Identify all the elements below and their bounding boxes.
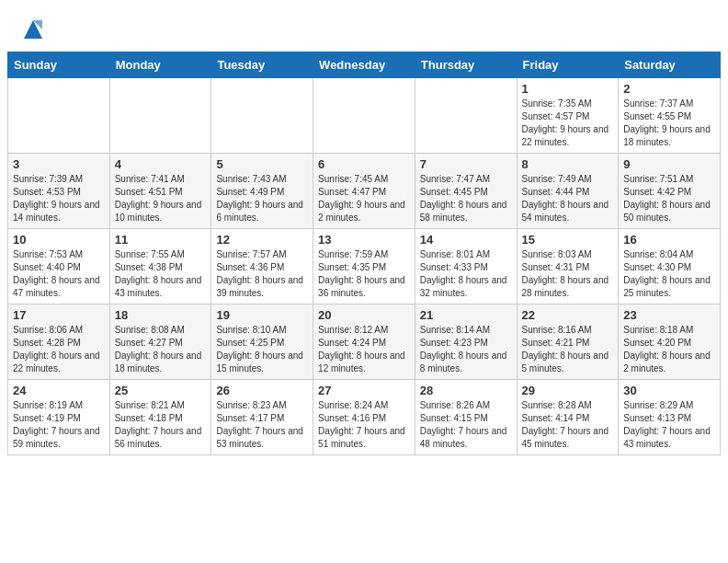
calendar-cell: 12Sunrise: 7:57 AM Sunset: 4:36 PM Dayli…	[211, 229, 313, 304]
weekday-header-monday: Monday	[109, 52, 211, 78]
calendar-cell: 13Sunrise: 7:59 AM Sunset: 4:35 PM Dayli…	[313, 229, 415, 304]
weekday-header-saturday: Saturday	[619, 52, 721, 78]
day-number: 30	[623, 384, 715, 397]
calendar-cell: 19Sunrise: 8:10 AM Sunset: 4:25 PM Dayli…	[211, 304, 313, 380]
day-number: 17	[13, 308, 105, 322]
day-number: 27	[318, 384, 410, 397]
day-number: 15	[522, 233, 614, 247]
logo	[17, 17, 46, 42]
calendar-cell	[415, 78, 517, 154]
calendar-cell: 24Sunrise: 8:19 AM Sunset: 4:19 PM Dayli…	[8, 380, 110, 455]
day-number: 4	[115, 157, 207, 171]
calendar-cell: 22Sunrise: 8:16 AM Sunset: 4:21 PM Dayli…	[517, 304, 619, 380]
calendar-cell: 14Sunrise: 8:01 AM Sunset: 4:33 PM Dayli…	[415, 229, 517, 304]
day-detail: Sunrise: 7:35 AM Sunset: 4:57 PM Dayligh…	[522, 98, 614, 149]
calendar-cell: 10Sunrise: 7:53 AM Sunset: 4:40 PM Dayli…	[8, 229, 110, 304]
calendar-cell: 21Sunrise: 8:14 AM Sunset: 4:23 PM Dayli…	[415, 304, 517, 380]
calendar-cell: 15Sunrise: 8:03 AM Sunset: 4:31 PM Dayli…	[517, 229, 619, 304]
day-number: 22	[522, 308, 614, 322]
day-detail: Sunrise: 8:23 AM Sunset: 4:17 PM Dayligh…	[216, 399, 308, 451]
logo-icon	[20, 17, 46, 42]
day-detail: Sunrise: 7:45 AM Sunset: 4:47 PM Dayligh…	[318, 173, 410, 224]
day-detail: Sunrise: 7:49 AM Sunset: 4:44 PM Dayligh…	[522, 173, 614, 224]
day-number: 8	[522, 157, 614, 171]
calendar-cell: 5Sunrise: 7:43 AM Sunset: 4:49 PM Daylig…	[211, 154, 313, 229]
calendar-cell: 18Sunrise: 8:08 AM Sunset: 4:27 PM Dayli…	[109, 304, 211, 380]
day-detail: Sunrise: 7:57 AM Sunset: 4:36 PM Dayligh…	[216, 248, 308, 300]
day-detail: Sunrise: 8:28 AM Sunset: 4:14 PM Dayligh…	[522, 399, 614, 451]
day-number: 19	[216, 308, 308, 322]
day-detail: Sunrise: 8:04 AM Sunset: 4:30 PM Dayligh…	[623, 248, 715, 300]
weekday-header-tuesday: Tuesday	[211, 52, 313, 78]
day-number: 25	[115, 384, 207, 397]
day-number: 29	[522, 384, 614, 397]
calendar-cell: 25Sunrise: 8:21 AM Sunset: 4:18 PM Dayli…	[109, 380, 211, 455]
day-number: 2	[623, 82, 715, 96]
day-number: 16	[623, 233, 715, 247]
calendar-cell: 20Sunrise: 8:12 AM Sunset: 4:24 PM Dayli…	[313, 304, 415, 380]
calendar-cell: 11Sunrise: 7:55 AM Sunset: 4:38 PM Dayli…	[109, 229, 211, 304]
day-detail: Sunrise: 7:43 AM Sunset: 4:49 PM Dayligh…	[216, 173, 308, 224]
day-number: 12	[216, 233, 308, 247]
day-detail: Sunrise: 8:01 AM Sunset: 4:33 PM Dayligh…	[420, 248, 512, 300]
day-detail: Sunrise: 8:12 AM Sunset: 4:24 PM Dayligh…	[318, 324, 410, 375]
calendar-cell	[8, 78, 110, 154]
calendar-cell: 2Sunrise: 7:37 AM Sunset: 4:55 PM Daylig…	[619, 78, 721, 154]
day-detail: Sunrise: 7:51 AM Sunset: 4:42 PM Dayligh…	[623, 173, 715, 224]
day-number: 11	[115, 233, 207, 247]
day-number: 9	[623, 157, 715, 171]
calendar-cell: 8Sunrise: 7:49 AM Sunset: 4:44 PM Daylig…	[517, 154, 619, 229]
day-number: 10	[13, 233, 105, 247]
day-detail: Sunrise: 8:14 AM Sunset: 4:23 PM Dayligh…	[420, 324, 512, 375]
weekday-header-sunday: Sunday	[8, 52, 110, 78]
day-number: 7	[420, 157, 512, 171]
day-detail: Sunrise: 8:24 AM Sunset: 4:16 PM Dayligh…	[318, 399, 410, 451]
calendar-cell: 17Sunrise: 8:06 AM Sunset: 4:28 PM Dayli…	[8, 304, 110, 380]
calendar-cell	[313, 78, 415, 154]
weekday-header-wednesday: Wednesday	[313, 52, 415, 78]
day-detail: Sunrise: 7:39 AM Sunset: 4:53 PM Dayligh…	[13, 173, 105, 224]
calendar-cell: 16Sunrise: 8:04 AM Sunset: 4:30 PM Dayli…	[619, 229, 721, 304]
calendar-cell: 6Sunrise: 7:45 AM Sunset: 4:47 PM Daylig…	[313, 154, 415, 229]
day-detail: Sunrise: 8:10 AM Sunset: 4:25 PM Dayligh…	[216, 324, 308, 375]
calendar-cell: 26Sunrise: 8:23 AM Sunset: 4:17 PM Dayli…	[211, 380, 313, 455]
day-number: 1	[522, 82, 614, 96]
calendar-wrapper: SundayMondayTuesdayWednesdayThursdayFrid…	[0, 52, 728, 463]
day-number: 20	[318, 308, 410, 322]
day-number: 18	[115, 308, 207, 322]
calendar-cell: 29Sunrise: 8:28 AM Sunset: 4:14 PM Dayli…	[517, 380, 619, 455]
calendar-cell: 30Sunrise: 8:29 AM Sunset: 4:13 PM Dayli…	[619, 380, 721, 455]
day-number: 13	[318, 233, 410, 247]
calendar-cell: 1Sunrise: 7:35 AM Sunset: 4:57 PM Daylig…	[517, 78, 619, 154]
day-detail: Sunrise: 7:59 AM Sunset: 4:35 PM Dayligh…	[318, 248, 410, 300]
day-detail: Sunrise: 7:53 AM Sunset: 4:40 PM Dayligh…	[13, 248, 105, 300]
day-detail: Sunrise: 7:55 AM Sunset: 4:38 PM Dayligh…	[115, 248, 207, 300]
day-detail: Sunrise: 8:26 AM Sunset: 4:15 PM Dayligh…	[420, 399, 512, 451]
day-detail: Sunrise: 8:06 AM Sunset: 4:28 PM Dayligh…	[13, 324, 105, 375]
weekday-header-friday: Friday	[517, 52, 619, 78]
day-detail: Sunrise: 7:47 AM Sunset: 4:45 PM Dayligh…	[420, 173, 512, 224]
day-number: 14	[420, 233, 512, 247]
day-number: 5	[216, 157, 308, 171]
calendar-table: SundayMondayTuesdayWednesdayThursdayFrid…	[7, 52, 721, 455]
calendar-cell: 4Sunrise: 7:41 AM Sunset: 4:51 PM Daylig…	[109, 154, 211, 229]
calendar-cell: 28Sunrise: 8:26 AM Sunset: 4:15 PM Dayli…	[415, 380, 517, 455]
day-detail: Sunrise: 7:41 AM Sunset: 4:51 PM Dayligh…	[115, 173, 207, 224]
day-detail: Sunrise: 7:37 AM Sunset: 4:55 PM Dayligh…	[623, 98, 715, 149]
page-header	[0, 0, 728, 52]
day-number: 21	[420, 308, 512, 322]
day-number: 24	[13, 384, 105, 397]
day-detail: Sunrise: 8:18 AM Sunset: 4:20 PM Dayligh…	[623, 324, 715, 375]
day-detail: Sunrise: 8:03 AM Sunset: 4:31 PM Dayligh…	[522, 248, 614, 300]
day-detail: Sunrise: 8:08 AM Sunset: 4:27 PM Dayligh…	[115, 324, 207, 375]
day-number: 28	[420, 384, 512, 397]
calendar-cell: 7Sunrise: 7:47 AM Sunset: 4:45 PM Daylig…	[415, 154, 517, 229]
calendar-cell: 3Sunrise: 7:39 AM Sunset: 4:53 PM Daylig…	[8, 154, 110, 229]
calendar-cell	[211, 78, 313, 154]
day-detail: Sunrise: 8:21 AM Sunset: 4:18 PM Dayligh…	[115, 399, 207, 451]
day-detail: Sunrise: 8:19 AM Sunset: 4:19 PM Dayligh…	[13, 399, 105, 451]
day-number: 23	[623, 308, 715, 322]
day-number: 3	[13, 157, 105, 171]
calendar-cell: 9Sunrise: 7:51 AM Sunset: 4:42 PM Daylig…	[619, 154, 721, 229]
calendar-cell	[109, 78, 211, 154]
